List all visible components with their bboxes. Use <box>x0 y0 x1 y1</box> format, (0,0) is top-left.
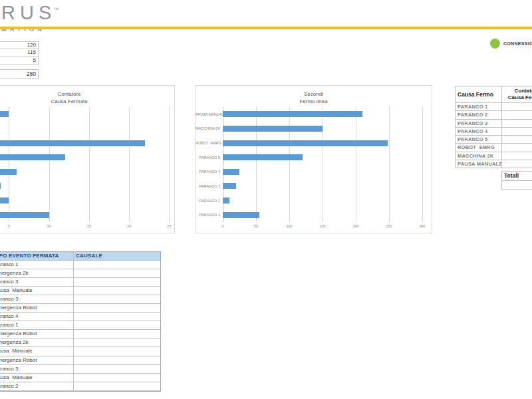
connection-status-icon <box>490 39 500 49</box>
chart-bar <box>0 212 49 218</box>
x-axis-tick-label: 300 <box>419 224 425 228</box>
chart-gridline <box>256 107 257 222</box>
event-type-cell: Pausa Manuale <box>0 347 74 356</box>
chart-gridline <box>289 107 290 222</box>
event-type-cell: Emergenza 2k <box>0 269 74 278</box>
logo-text-primary: RUS™ <box>1 3 59 23</box>
x-axis-tick-label: 0 <box>221 224 223 228</box>
event-type-cell: Paranco 3 <box>0 278 74 287</box>
counter-group-1: 1201155 <box>0 41 39 65</box>
events-header-tipo-evento: TIPO EVENTO FERMATA <box>0 252 74 261</box>
causale-cell <box>74 356 160 365</box>
causale-cell <box>74 382 160 391</box>
summary-row-value-cell <box>502 120 532 128</box>
causale-cell <box>74 304 160 313</box>
counter-group-2: 280 <box>0 69 39 79</box>
accent-divider <box>0 27 532 29</box>
y-axis-line <box>223 107 223 222</box>
chart-gridline <box>323 107 323 222</box>
chart-bar <box>0 183 1 189</box>
chart-plot-area: 050100150200250300PAUSA MANUALEMACCHINA … <box>196 86 432 233</box>
event-type-cell: Emergenza Robot <box>0 356 74 365</box>
summary-row-label: PARANCO 3 <box>456 120 502 128</box>
category-label: PARANCO 4 <box>196 170 220 174</box>
category-label: PARANCO 2 <box>196 199 220 203</box>
events-header-causale: CAUSALE <box>74 252 160 261</box>
trademark-symbol: ™ <box>53 7 59 13</box>
chart-bar <box>223 140 388 146</box>
x-axis-tick-label: 15 <box>87 224 91 228</box>
counter-value-cell[interactable]: 5 <box>0 57 39 65</box>
causale-cell <box>74 365 160 374</box>
connection-status: CONNESSIONE <box>490 39 532 49</box>
chart-gridline <box>356 107 356 222</box>
x-axis-tick-label: 200 <box>352 224 358 228</box>
event-type-cell: Emergenza Robot <box>0 330 74 338</box>
chart-bar <box>223 169 239 175</box>
summary-row-label: PARANCO 1 <box>456 103 502 111</box>
logo-text: RUS <box>1 2 56 23</box>
chart-gridline <box>169 107 170 222</box>
x-axis-tick-label: 50 <box>254 224 258 228</box>
counter-value-cell[interactable]: 115 <box>0 49 39 57</box>
totals-label: Totali <box>501 171 532 181</box>
chart-bar <box>223 198 229 203</box>
event-type-cell: Paranco 1 <box>0 321 74 330</box>
causale-cell <box>74 261 160 269</box>
chart-bar <box>0 198 9 203</box>
x-axis-tick-label: 20 <box>127 224 131 228</box>
x-axis-tick-label: 10 <box>47 224 51 228</box>
totals-value-cell <box>501 181 532 190</box>
chart-bar <box>0 140 145 146</box>
summary-row-value-cell <box>502 152 532 160</box>
summary-header-causa-fermo: Causa Fermo <box>456 86 502 103</box>
counter-value-cell[interactable]: 120 <box>0 41 39 49</box>
connection-status-label: CONNESSIONE <box>503 41 532 46</box>
chart-bar <box>223 183 236 189</box>
event-type-cell: Paranco 4 <box>0 313 74 321</box>
summary-row-value-cell <box>502 144 532 152</box>
chart-gridline <box>422 107 423 222</box>
category-label: PARANCO 5 <box>196 156 220 160</box>
chart-bar <box>223 212 259 218</box>
summary-table-causa-fermo: Causa Fermo Contatore Causa Fermata PARA… <box>455 86 532 168</box>
chart-gridline <box>9 107 9 222</box>
summary-row-label: PAUSA MANUALE <box>456 160 502 168</box>
chart-bar <box>0 169 17 175</box>
totals-block: Totali <box>501 171 532 190</box>
summary-row-value-cell <box>502 128 532 136</box>
causale-cell <box>74 278 160 287</box>
x-axis-tick-label: 25 <box>167 224 171 228</box>
causale-cell <box>74 347 160 356</box>
chart-gridline <box>89 107 90 222</box>
chart-bar <box>223 111 362 117</box>
chart-gridline <box>389 107 390 222</box>
event-type-cell: Paranco 2 <box>0 382 74 391</box>
summary-row-value-cell <box>502 111 532 119</box>
event-type-cell: Emergenza 2k <box>0 338 74 347</box>
category-label: MACCHINA 2K <box>196 126 220 130</box>
counter-value-cell[interactable]: 280 <box>0 69 39 79</box>
x-axis-tick-label: 150 <box>319 224 325 228</box>
summary-row-value-cell <box>502 160 532 168</box>
chart-contatore-causa-fermata: Contatore Causa Fermata 510152025 <box>0 85 175 233</box>
summary-row-value-cell <box>502 136 532 144</box>
chart-gridline <box>49 107 50 222</box>
category-label: PAUSA MANUALE <box>196 112 220 116</box>
causale-cell <box>74 295 160 304</box>
category-label: ROBOT EMRG <box>196 141 220 145</box>
automation-dashboard: RUS™ MATION 1201155 280 CONNESSIONE Cont… <box>0 0 532 399</box>
summary-row-label: PARANCO 5 <box>456 136 502 144</box>
event-type-cell: Paranco 3 <box>0 295 74 304</box>
event-type-cell: Paranco 1 <box>0 261 74 269</box>
summary-row-label: PARANCO 2 <box>456 111 502 119</box>
summary-row-label: PARANCO 4 <box>456 128 502 136</box>
causale-cell <box>74 330 160 338</box>
chart-secondi-fermo-linea: Secondi Fermo linea 050100150200250300PA… <box>195 85 432 233</box>
event-type-cell: Paranco 3 <box>0 365 74 374</box>
chart-bar <box>0 111 9 117</box>
events-table-tipo-evento: TIPO EVENTO FERMATA CAUSALE Paranco 1Eme… <box>0 251 161 392</box>
causale-cell <box>74 374 160 382</box>
summary-row-value-cell <box>502 103 532 111</box>
summary-header-line1: Contatore <box>515 88 532 94</box>
